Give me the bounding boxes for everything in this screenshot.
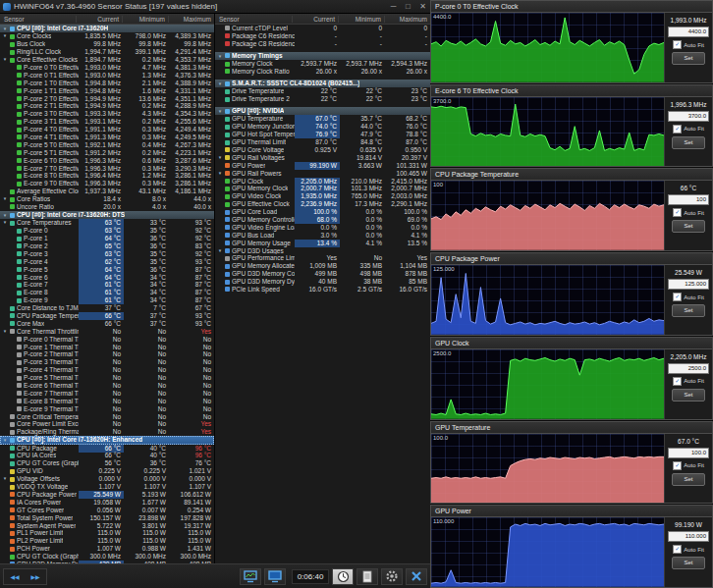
sensor-row[interactable]: E-core 8 Thermal ThrottlingNoNoNo	[0, 398, 214, 405]
sensor-row[interactable]: ▾GPU Rail Powers100.465 W	[215, 170, 430, 178]
sensor-row[interactable]: CPU Package66 °C40 °C96 °C	[0, 445, 214, 453]
sensor-row[interactable]: Memory Clock2,593.7 MHz2,593.7 MHz2,594.…	[215, 60, 430, 68]
sensor-row[interactable]: P-core 4 Thermal ThrottlingNoNoNo	[0, 366, 214, 374]
sensor-row[interactable]: P-core 265 °C36 °C83 °C	[0, 242, 214, 250]
auto-fit-checkbox[interactable]: ✓Auto Fit	[673, 377, 704, 386]
maximize-button[interactable]: □	[401, 2, 415, 11]
sensor-row[interactable]: IA Cores Power19.058 W1.677 W89.141 W	[0, 499, 214, 507]
sensor-row[interactable]: Average Effective Clock1,937.3 MHz43.1 M…	[0, 187, 214, 195]
sensor-row[interactable]: P-core 2 T0 Effective Clock1,994.9 MHz13…	[0, 95, 214, 103]
auto-fit-checkbox[interactable]: ✓Auto Fit	[673, 208, 704, 217]
sensor-row[interactable]: P-core 5 T1 Effective Clock1,991.2 MHz0.…	[0, 149, 214, 157]
sensor-group-header[interactable]: ▾Memory Timings	[215, 52, 430, 60]
auto-fit-checkbox[interactable]: ✓Auto Fit	[673, 461, 704, 470]
set-button[interactable]: Set	[672, 52, 705, 65]
sensor-row[interactable]: Package C6 Residency---	[215, 32, 430, 40]
column-header-sensor[interactable]: Sensor	[0, 16, 76, 23]
sensor-row[interactable]: ▾Core Thermal ThrottlingNoNoYes	[0, 328, 214, 336]
set-button[interactable]: Set	[672, 220, 705, 233]
sensor-group-header[interactable]: ▾CPU [#0]: Intel Core i7-13620H	[0, 25, 214, 32]
graph-title[interactable]: P-core 0 T0 Effective Clock	[431, 1, 712, 13]
sensor-row[interactable]: Uncore Ratio20.0 x4.0 x40.0 x	[0, 203, 214, 211]
sensor-row[interactable]: P-core 1 T0 Effective Clock1,994.8 MHz2.…	[0, 80, 214, 87]
sensor-row[interactable]: Memory Clock Ratio26.00 x26.00 x26.00 x	[215, 68, 430, 76]
sensor-row[interactable]: PL2 Power Limit115.0 W115.0 W115.0 W	[0, 537, 214, 545]
column-header-minimum[interactable]: Minimum	[122, 16, 168, 23]
sensor-row[interactable]: CPU Package Power25.549 W5.193 W106.612 …	[0, 491, 214, 499]
sensor-row[interactable]: ▾Core Temperatures63 °C33 °C93 °C	[0, 219, 214, 227]
sensor-row[interactable]: Core Max66 °C37 °C93 °C	[0, 320, 214, 328]
sensor-row[interactable]: CPU Package Temperature66 °C37 °C93 °C	[0, 312, 214, 320]
sensor-row[interactable]: GPU Effective Clock2,236.9 MHz17.3 MHz2,…	[215, 200, 430, 208]
sensor-group-header[interactable]: ▾CPU [#0]: Intel Core i7-13620H: DTS	[0, 211, 214, 219]
sensor-row[interactable]: Ring/LLC Clock1,994.7 MHz399.1 MHz4,291.…	[0, 48, 214, 56]
sensor-row[interactable]: P-core 2 Thermal ThrottlingNoNoNo	[0, 350, 214, 358]
sensor-row[interactable]: GPU Video Engine Load0.0 %0.0 %0.0 %	[215, 224, 430, 232]
column-header-current[interactable]: Current	[76, 16, 122, 23]
sensor-row[interactable]: P-core 0 Thermal ThrottlingNoNoNo	[0, 336, 214, 344]
sensor-row[interactable]: Drive Temperature22 °C22 °C23 °C	[215, 87, 430, 95]
sensor-row[interactable]: P-core 063 °C35 °C92 °C	[0, 227, 214, 235]
sensor-row[interactable]: VDDQ TX Voltage1.107 V1.107 V1.107 V	[0, 483, 214, 491]
graph-title[interactable]: E-core 6 T0 Effective Clock	[431, 85, 712, 97]
graph-title[interactable]: GPU Clock	[431, 338, 712, 349]
close-button[interactable]	[406, 568, 427, 585]
expand-collapse-icon[interactable]: ▾	[2, 211, 8, 219]
sensor-row[interactable]: Total System Power150.157 W23.898 W197.8…	[0, 514, 214, 522]
sensor-row[interactable]: GPU Memory Junction Temperature74.0 °C44…	[215, 123, 430, 131]
sensor-row[interactable]: GPU Power99.190 W3.663 W101.331 W	[215, 162, 430, 170]
sensor-row[interactable]: P-core 4 T1 Effective Clock1,991.3 MHz0.…	[0, 134, 214, 141]
sensor-row[interactable]: GT Cores Power0.056 W0.007 W0.254 W	[0, 507, 214, 514]
sensor-row[interactable]: P-core 0 T1 Effective Clock1,993.0 MHz1.…	[0, 72, 214, 80]
sensor-row[interactable]: GPU Memory Allocated1,009 MB335 MB1,104 …	[215, 262, 430, 270]
expand-collapse-icon[interactable]: ▾	[217, 154, 223, 162]
sensor-row[interactable]: CPU GT Clock (Graphics)300.0 MHz300.0 MH…	[0, 553, 214, 561]
sensor-row[interactable]: ▾GPU D3D Usages	[215, 247, 430, 255]
expand-collapse-icon[interactable]: ▾	[2, 195, 8, 203]
sensor-row[interactable]: ▾Core Clocks1,835.5 MHz798.0 MHz4,389.3 …	[0, 32, 214, 40]
expand-collapse-icon[interactable]: ▾	[2, 32, 8, 40]
sensor-row[interactable]: E-core 9 Thermal ThrottlingNoNoNo	[0, 405, 214, 413]
sensor-row[interactable]: GPU Memory Controller Load68.0 %0.0 %69.…	[215, 216, 430, 224]
sensor-row[interactable]: GPU D3D Memory Committed499 MB498 MB878 …	[215, 270, 430, 278]
sensor-row[interactable]: E-core 6 Thermal ThrottlingNoNoNo	[0, 382, 214, 390]
sensor-row[interactable]: GPU Core Voltage0.925 V0.635 V0.950 V	[215, 146, 430, 154]
expand-collapse-icon[interactable]: ▾	[217, 52, 223, 60]
sensor-row[interactable]: E-core 7 T0 Effective Clock1,996.3 MHz0.…	[0, 165, 214, 173]
expand-collapse-icon[interactable]: ▾	[217, 247, 223, 255]
sensor-group-header[interactable]: ▾GPU [#0]: NVIDIA	[215, 107, 430, 115]
sensor-row[interactable]: E-core 9 T0 Effective Clock1,996.3 MHz0.…	[0, 180, 214, 187]
sensor-row[interactable]: GPU Video Clock1,935.0 MHz765.0 MHz2,003…	[215, 192, 430, 200]
sensor-row[interactable]: P-core 363 °C35 °C92 °C	[0, 250, 214, 258]
set-button[interactable]: Set	[672, 473, 705, 486]
sensor-row[interactable]: E-core 7 Thermal ThrottlingNoNoNo	[0, 390, 214, 398]
expand-collapse-icon[interactable]: ▾	[217, 80, 223, 87]
expand-collapse-icon[interactable]: ▾	[2, 328, 8, 336]
sensor-row[interactable]: ▾Voltage Offsets0.000 V0.000 V0.000 V	[0, 475, 214, 483]
sensor-row[interactable]: P-core 3 Thermal ThrottlingNoNoNo	[0, 358, 214, 366]
sensor-row[interactable]: Core Distance to TJMAX37 °C7 °C67 °C	[0, 304, 214, 312]
auto-fit-checkbox[interactable]: ✓Auto Fit	[673, 293, 704, 301]
sensor-row[interactable]: GPU Thermal Limit87.0 °C84.8 °C87.0 °C	[215, 138, 430, 146]
expand-collapse-icon[interactable]: ▾	[217, 107, 223, 115]
sensor-row[interactable]: E-core 861 °C34 °C87 °C	[0, 289, 214, 296]
set-button[interactable]: Set	[672, 304, 705, 317]
graph-scale-input[interactable]: 125.000	[668, 279, 709, 290]
expand-collapse-icon[interactable]: ▾	[217, 170, 223, 178]
sensor-row[interactable]: GPU Core Load100.0 %0.0 %100.0 %	[215, 208, 430, 216]
sensor-row[interactable]: P-core 164 °C36 °C92 °C	[0, 235, 214, 242]
auto-fit-checkbox[interactable]: ✓Auto Fit	[673, 545, 704, 554]
graph-scale-input[interactable]: 110.000	[668, 531, 709, 542]
graph-scale-input[interactable]: 100	[668, 194, 709, 205]
minimize-button[interactable]: ─	[386, 2, 401, 11]
set-button[interactable]: Set	[672, 557, 705, 569]
scroll-left-button[interactable]: ◀◀	[5, 570, 25, 583]
column-header-current[interactable]: Current	[292, 16, 338, 23]
sensor-row[interactable]: PL1 Power Limit115.0 W115.0 W115.0 W	[0, 529, 214, 537]
sensor-row[interactable]: P-core 3 T0 Effective Clock1,993.3 MHz4.…	[0, 110, 214, 118]
sensor-row[interactable]: GPU Hot Spot Temperature76.9 °C47.9 °C78…	[215, 131, 430, 138]
sensor-row[interactable]: Drive Temperature 222 °C22 °C23 °C	[215, 95, 430, 103]
sensor-row[interactable]: GPU Temperature67.0 °C35.7 °C68.2 °C	[215, 115, 430, 123]
sensor-row[interactable]: Bus Clock99.8 MHz99.8 MHz99.8 MHz	[0, 40, 214, 48]
auto-fit-checkbox[interactable]: ✓Auto Fit	[673, 40, 704, 49]
